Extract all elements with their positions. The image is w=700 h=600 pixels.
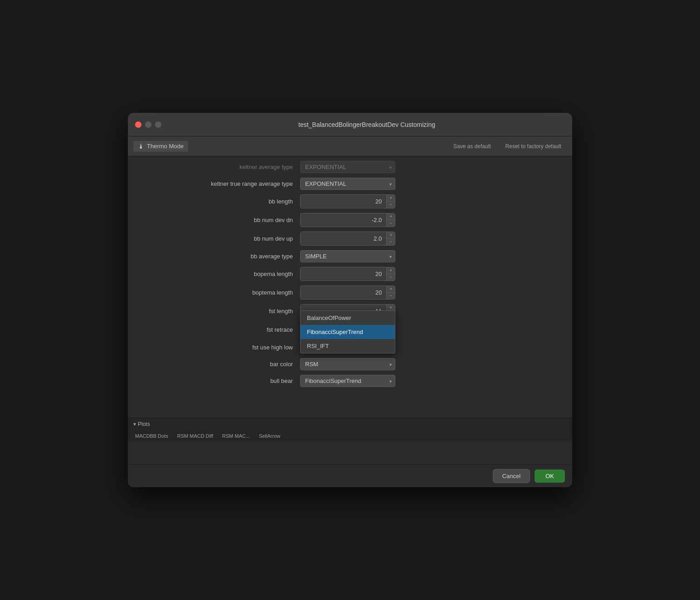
- footer: Cancel OK: [128, 465, 572, 487]
- popup-item-fibonacci-super-trend[interactable]: FibonacciSuperTrend: [301, 325, 395, 339]
- control-bb-avg-type: SIMPLE ▾: [300, 250, 395, 262]
- dropdown-wrapper-keltner-true: EXPONENTIAL ▾: [300, 178, 395, 190]
- bopema-length-steppers: + −: [386, 267, 395, 281]
- plots-section: ▾ Plots MACDBB Dots RSM MACD Diff RSM MA…: [128, 418, 572, 442]
- popup-item-rsi-ift[interactable]: RSI_IFT: [301, 339, 395, 353]
- label-bb-num-dev-up: bb num dev up: [128, 235, 300, 242]
- plot-tab-macdbb-dots[interactable]: MACDBB Dots: [131, 432, 172, 440]
- label-bopema-length: bopema length: [128, 271, 300, 277]
- minimize-button[interactable]: [145, 121, 151, 128]
- control-bopema-length: + −: [300, 267, 395, 281]
- form-row-bull-bear: bull bear FibonacciSuperTrend ▾: [128, 374, 563, 388]
- form-row-bb-num-dev-dn: bb num dev dn + −: [128, 212, 563, 228]
- bb-num-dev-dn-input[interactable]: [301, 213, 386, 227]
- label-bb-length: bb length: [128, 198, 300, 205]
- boptema-length-steppers: + −: [386, 286, 395, 299]
- dropdown-keltner-true-range[interactable]: EXPONENTIAL: [300, 178, 395, 190]
- number-input-bb-num-dev-dn: + −: [300, 213, 395, 227]
- plot-tab-sellarrow[interactable]: SellArrow: [255, 432, 284, 440]
- form-row-bb-num-dev-up: bb num dev up + −: [128, 231, 563, 247]
- label-bb-num-dev-dn: bb num dev dn: [128, 217, 300, 223]
- dropdown-wrapper-keltner-avg: EXPONENTIAL ▾: [300, 161, 395, 173]
- bb-num-dev-dn-decrement[interactable]: −: [387, 220, 395, 227]
- number-input-boptema-length: + −: [300, 285, 395, 300]
- popup-item-balance-of-power[interactable]: BalanceOfPower: [301, 311, 395, 325]
- chevron-right-icon: ▾: [133, 421, 136, 427]
- bopema-length-increment[interactable]: +: [387, 267, 395, 274]
- form-row-keltner-true-range: keltner true range average type EXPONENT…: [128, 177, 563, 191]
- bb-num-dev-up-steppers: + −: [386, 232, 395, 245]
- dropdown-bull-bear[interactable]: FibonacciSuperTrend: [300, 375, 395, 387]
- control-keltner-true-range: EXPONENTIAL ▾: [300, 178, 395, 190]
- label-fst-retrace: fst retrace: [128, 326, 300, 333]
- thermo-icon: 🌡: [138, 143, 144, 150]
- save-as-default-button[interactable]: Save as default: [448, 141, 496, 152]
- bb-num-dev-up-increment[interactable]: +: [387, 232, 395, 238]
- titlebar: test_BalancedBolingerBreakoutDev Customi…: [128, 113, 572, 136]
- plots-label: Plots: [138, 421, 150, 427]
- ok-button[interactable]: OK: [535, 469, 565, 483]
- number-input-bb-num-dev-up: + −: [300, 232, 395, 246]
- dropdown-bar-color[interactable]: RSM: [300, 358, 395, 370]
- window-title: test_BalancedBolingerBreakoutDev Customi…: [169, 121, 565, 128]
- form-row-bb-avg-type: bb average type SIMPLE ▾: [128, 249, 563, 263]
- label-fst-length: fst length: [128, 308, 300, 315]
- boptema-length-increment[interactable]: +: [387, 286, 395, 292]
- bull-bear-dropdown-popup: BalanceOfPower FibonacciSuperTrend RSI_I…: [300, 310, 395, 353]
- number-input-bopema-length: + −: [300, 267, 395, 281]
- dropdown-wrapper-bull-bear: FibonacciSuperTrend ▾: [300, 375, 395, 387]
- number-input-bb-length: + −: [300, 194, 395, 208]
- control-bull-bear: FibonacciSuperTrend ▾: [300, 375, 395, 387]
- dropdown-wrapper-bar-color: RSM ▾: [300, 358, 395, 370]
- bb-length-steppers: + −: [386, 195, 395, 208]
- bb-num-dev-dn-steppers: + −: [386, 213, 395, 227]
- maximize-button[interactable]: [155, 121, 161, 128]
- label-bb-avg-type: bb average type: [128, 253, 300, 260]
- boptema-length-input[interactable]: [301, 286, 386, 299]
- thermo-mode-label: Thermo Mode: [147, 143, 184, 150]
- label-bull-bear: bull bear: [128, 377, 300, 384]
- window-controls: [135, 121, 161, 128]
- label-bar-color: bar color: [128, 361, 300, 368]
- form-row-keltner-avg-type: keltner average type EXPONENTIAL ▾: [128, 160, 563, 174]
- control-boptema-length: + −: [300, 285, 395, 300]
- bb-length-decrement[interactable]: −: [387, 202, 395, 208]
- label-fst-use-high-low: fst use high low: [128, 344, 300, 351]
- dropdown-bb-avg-type[interactable]: SIMPLE: [300, 250, 395, 262]
- form-row-bb-length: bb length + −: [128, 194, 563, 209]
- control-bb-num-dev-dn: + −: [300, 213, 395, 227]
- label-keltner-avg-type: keltner average type: [128, 164, 300, 170]
- scroll-area[interactable]: keltner average type EXPONENTIAL ▾ keltn…: [128, 156, 572, 424]
- bb-num-dev-dn-increment[interactable]: +: [387, 213, 395, 220]
- bb-length-increment[interactable]: +: [387, 195, 395, 201]
- form-row-bopema-length: bopema length + −: [128, 266, 563, 282]
- bb-num-dev-up-input[interactable]: [301, 232, 386, 245]
- bb-num-dev-up-decrement[interactable]: −: [387, 239, 395, 245]
- cancel-button[interactable]: Cancel: [493, 469, 530, 483]
- dropdown-wrapper-bb-avg: SIMPLE ▾: [300, 250, 395, 262]
- fst-length-increment[interactable]: +: [387, 305, 395, 311]
- bopema-length-input[interactable]: [301, 267, 386, 281]
- bopema-length-decrement[interactable]: −: [387, 274, 395, 281]
- main-window: test_BalancedBolingerBreakoutDev Customi…: [128, 113, 572, 487]
- form-row-bar-color: bar color RSM ▾: [128, 357, 563, 371]
- control-bar-color: RSM ▾: [300, 358, 395, 370]
- reset-to-factory-button[interactable]: Reset to factory default: [500, 141, 567, 152]
- plots-tabs: MACDBB Dots RSM MACD Diff RSM MAC... Sel…: [128, 430, 572, 442]
- close-button[interactable]: [135, 121, 141, 128]
- dropdown-keltner-avg-type[interactable]: EXPONENTIAL: [300, 161, 395, 173]
- thermo-mode-button[interactable]: 🌡 Thermo Mode: [133, 141, 188, 152]
- plot-tab-rsm-macd-diff[interactable]: RSM MACD Diff: [174, 432, 217, 440]
- form-row-boptema-length: boptema length + −: [128, 285, 563, 300]
- plots-header[interactable]: ▾ Plots: [128, 418, 572, 430]
- label-boptema-length: boptema length: [128, 289, 300, 296]
- bb-length-input[interactable]: [301, 195, 386, 208]
- control-bb-num-dev-up: + −: [300, 232, 395, 246]
- control-keltner-avg-type: EXPONENTIAL ▾: [300, 161, 395, 173]
- boptema-length-decrement[interactable]: −: [387, 293, 395, 299]
- label-keltner-true-range: keltner true range average type: [128, 180, 300, 187]
- content-area: keltner average type EXPONENTIAL ▾ keltn…: [128, 156, 572, 465]
- toolbar: 🌡 Thermo Mode Save as default Reset to f…: [128, 136, 572, 156]
- control-bb-length: + −: [300, 194, 395, 208]
- plot-tab-rsm-mac[interactable]: RSM MAC...: [219, 432, 253, 440]
